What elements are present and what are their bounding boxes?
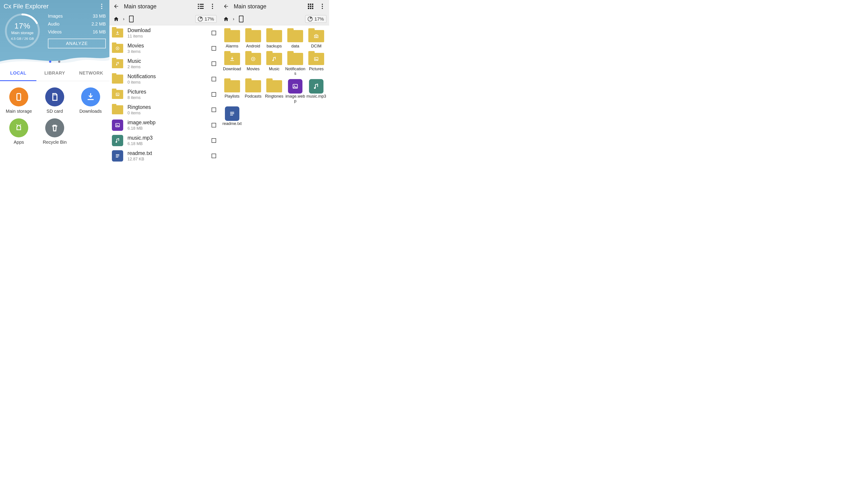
svg-point-0 xyxy=(101,4,102,5)
view-toggle-list-icon[interactable] xyxy=(197,2,205,10)
grid-item[interactable]: Notifications xyxy=(285,51,306,78)
list-item[interactable]: music.mp36.18 MB xyxy=(110,133,219,148)
list-item[interactable]: readme.txt12.87 KB xyxy=(110,148,219,164)
view-toggle-grid-icon[interactable] xyxy=(307,2,315,10)
shortcut-main-storage[interactable]: Main storage xyxy=(1,84,37,115)
folder-icon xyxy=(266,30,282,42)
home-icon[interactable] xyxy=(222,15,230,23)
svg-rect-13 xyxy=(200,8,204,9)
list-item[interactable]: image.webp6.18 MB xyxy=(110,118,219,133)
select-checkbox[interactable] xyxy=(212,138,216,143)
grid-item[interactable]: Pictures xyxy=(306,51,327,78)
svg-rect-11 xyxy=(200,6,204,7)
list-item[interactable]: Pictures8 items xyxy=(110,87,219,102)
select-checkbox[interactable] xyxy=(212,77,216,81)
page-dot-2[interactable] xyxy=(58,61,60,63)
tab-network[interactable]: NETWORK xyxy=(73,66,110,81)
folder-icon xyxy=(224,80,240,92)
shortcut-apps[interactable]: Apps xyxy=(1,115,37,146)
item-name: Alarms xyxy=(226,44,239,48)
list-item[interactable]: Download11 items xyxy=(110,25,219,41)
grid-item[interactable]: backups xyxy=(264,28,285,51)
storage-donut[interactable]: 17% Main storage 4.5 GB / 26 GB xyxy=(4,12,41,50)
grid-item[interactable]: DCIM xyxy=(306,28,327,51)
list-item[interactable]: Movies3 items xyxy=(110,41,219,56)
grid-item[interactable]: Ringtones xyxy=(264,78,285,105)
shortcut-sd-card[interactable]: SD card xyxy=(37,84,73,115)
svg-rect-10 xyxy=(198,6,199,7)
folder-icon xyxy=(112,74,123,84)
select-checkbox[interactable] xyxy=(212,31,216,35)
select-checkbox[interactable] xyxy=(212,154,216,158)
svg-rect-25 xyxy=(308,4,309,5)
grid-item[interactable]: Music xyxy=(264,51,285,78)
more-menu-button[interactable] xyxy=(209,2,217,10)
list-item[interactable]: Notifications0 items xyxy=(110,71,219,87)
storage-badge[interactable]: 17% xyxy=(195,15,217,23)
file-icon xyxy=(288,79,303,94)
folder-icon xyxy=(266,53,282,65)
home-icon[interactable] xyxy=(112,15,120,23)
file-list[interactable]: Download11 itemsMovies3 itemsMusic2 item… xyxy=(110,25,219,184)
more-menu-button[interactable] xyxy=(318,2,327,10)
svg-point-21 xyxy=(117,94,117,94)
svg-point-45 xyxy=(314,87,316,89)
device-icon xyxy=(9,88,28,106)
grid-item[interactable]: Alarms xyxy=(221,28,243,51)
grid-item[interactable]: data xyxy=(285,28,306,51)
appbar-title: Main storage xyxy=(234,3,267,10)
page-dot-1[interactable] xyxy=(49,61,51,63)
grid-item[interactable]: readme.txt xyxy=(221,105,243,128)
item-name: Movies xyxy=(247,67,259,71)
list-item[interactable]: Ringtones0 items xyxy=(110,102,219,118)
file-icon xyxy=(112,120,123,131)
svg-point-42 xyxy=(315,58,316,59)
select-checkbox[interactable] xyxy=(212,61,216,66)
grid-item[interactable]: music.mp3 xyxy=(306,78,327,105)
device-icon[interactable] xyxy=(237,15,245,23)
select-checkbox[interactable] xyxy=(212,92,216,97)
page-dots[interactable] xyxy=(0,61,110,63)
grid-item[interactable]: Android xyxy=(243,28,264,51)
grid-item[interactable]: Movies xyxy=(243,51,264,78)
more-menu-button[interactable] xyxy=(98,2,106,10)
back-button[interactable] xyxy=(222,2,230,10)
file-grid[interactable]: AlarmsAndroidbackupsdataDCIMDownloadMovi… xyxy=(219,25,329,184)
item-name: Podcasts xyxy=(245,94,261,99)
item-subtext: 12.87 KB xyxy=(127,157,208,162)
svg-rect-29 xyxy=(310,6,311,7)
list-item[interactable]: Music2 items xyxy=(110,56,219,71)
grid-item[interactable]: image.webp xyxy=(285,78,306,105)
item-name: Download xyxy=(223,67,241,71)
item-name: music.mp3 xyxy=(127,135,208,141)
storage-badge[interactable]: 17% xyxy=(305,15,327,23)
grid-item[interactable]: Playlists xyxy=(221,78,243,105)
select-checkbox[interactable] xyxy=(212,123,216,127)
shortcut-downloads[interactable]: Downloads xyxy=(72,84,108,115)
storage-badge-label: 17% xyxy=(314,16,324,22)
svg-point-1 xyxy=(101,6,102,7)
item-name: Music xyxy=(269,67,279,71)
svg-point-2 xyxy=(101,8,102,9)
tab-library[interactable]: LIBRARY xyxy=(36,66,73,81)
folder-icon xyxy=(287,53,303,65)
grid-item[interactable]: Podcasts xyxy=(243,78,264,105)
back-button[interactable] xyxy=(112,2,120,10)
select-checkbox[interactable] xyxy=(212,46,216,51)
svg-point-40 xyxy=(272,60,274,61)
item-name: data xyxy=(291,44,299,48)
item-name: readme.txt xyxy=(222,121,242,126)
grid-item[interactable]: Download xyxy=(221,51,243,78)
item-name: DCIM xyxy=(311,44,321,48)
svg-rect-33 xyxy=(312,8,313,9)
tab-local[interactable]: LOCAL xyxy=(0,66,36,81)
analyze-button[interactable]: ANALYZE xyxy=(48,39,106,48)
stat-value: 2.2 MB xyxy=(92,22,106,27)
select-checkbox[interactable] xyxy=(212,107,216,112)
folder-icon xyxy=(112,59,123,68)
device-icon[interactable] xyxy=(127,15,135,23)
item-subtext: 0 items xyxy=(127,111,208,116)
local-shortcuts: Main storageSD cardDownloadsAppsRecycle … xyxy=(0,81,110,149)
shortcut-recycle-bin[interactable]: Recycle Bin xyxy=(37,115,73,146)
stat-label: Images xyxy=(48,13,63,19)
